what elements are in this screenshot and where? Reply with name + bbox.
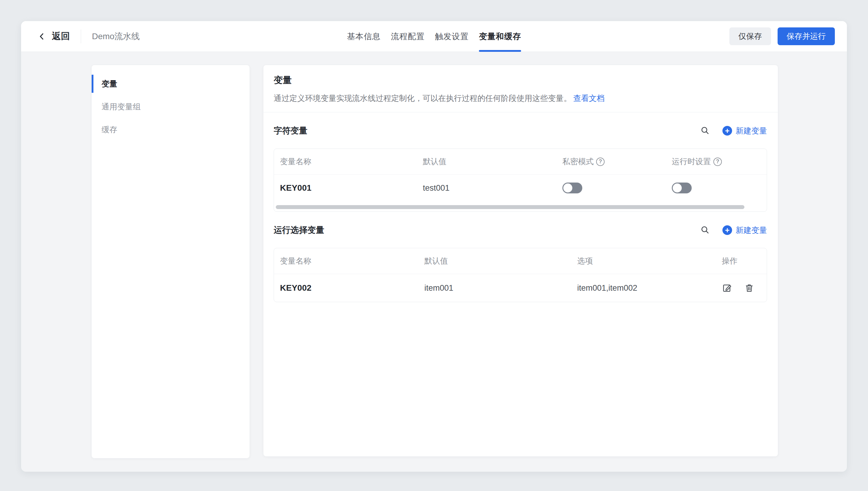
- default-value-cell: item001: [424, 284, 577, 293]
- column-header-actions: 操作: [722, 256, 767, 266]
- panel-divider: [263, 112, 778, 112]
- pipeline-title: Demo流水线: [92, 31, 140, 42]
- private-mode-toggle[interactable]: [562, 182, 582, 193]
- string-vars-table-header: 变量名称 默认值 私密模式 ? 运行时设置 ?: [274, 149, 767, 175]
- settings-sidebar: 变量 通用变量组 缓存: [91, 65, 250, 459]
- plus-circle-icon: +: [722, 126, 732, 136]
- string-vars-tools: + 新建变量: [700, 125, 767, 136]
- description-text: 通过定义环境变量实现流水线过程定制化，可以在执行过程的任何阶段使用这些变量。: [274, 94, 571, 103]
- column-header-default: 默认值: [423, 156, 562, 167]
- tab-basic-info[interactable]: 基本信息: [347, 21, 381, 52]
- page-description: 通过定义环境变量实现流水线过程定制化，可以在执行过程的任何阶段使用这些变量。查看…: [274, 93, 767, 104]
- string-vars-search-button[interactable]: [700, 125, 710, 136]
- runtime-setting-toggle[interactable]: [672, 182, 692, 193]
- table-row: KEY001 test001: [274, 175, 767, 201]
- string-vars-new-variable-button[interactable]: + 新建变量: [722, 125, 767, 136]
- header-actions: 仅保存 保存并运行: [729, 27, 835, 45]
- help-icon[interactable]: ?: [596, 157, 605, 166]
- variable-name-cell: KEY002: [280, 283, 424, 293]
- options-cell: item001,item002: [577, 284, 722, 293]
- column-header-options: 选项: [577, 256, 722, 266]
- choice-vars-table-header: 变量名称 默认值 选项 操作: [274, 248, 767, 274]
- sidebar-item-variables[interactable]: 变量: [92, 72, 250, 95]
- sidebar-item-cache[interactable]: 缓存: [92, 118, 250, 141]
- tab-variables-cache[interactable]: 变量和缓存: [479, 21, 521, 52]
- panel-header: 变量 通过定义环境变量实现流水线过程定制化，可以在执行过程的任何阶段使用这些变量…: [263, 65, 778, 104]
- save-only-button[interactable]: 仅保存: [729, 27, 771, 45]
- edit-icon[interactable]: [722, 283, 732, 293]
- header-divider: [81, 30, 81, 44]
- tab-bar: 基本信息 流程配置 触发设置 变量和缓存: [347, 21, 521, 52]
- top-header: 返回 Demo流水线 基本信息 流程配置 触发设置 变量和缓存 仅保存 保存并运…: [21, 21, 847, 52]
- choice-vars-search-button[interactable]: [700, 225, 710, 236]
- tab-trigger-settings[interactable]: 触发设置: [435, 21, 469, 52]
- toggle-knob: [563, 183, 572, 193]
- toggle-knob: [673, 183, 682, 193]
- string-vars-section-header: 字符变量 + 新建变量: [274, 122, 767, 140]
- column-header-name: 变量名称: [280, 256, 424, 266]
- choice-vars-section-header: 运行选择变量 + 新建变量: [274, 222, 767, 239]
- string-vars-table: 变量名称 默认值 私密模式 ? 运行时设置 ? KEY001 test001: [274, 148, 767, 212]
- plus-circle-icon: +: [722, 225, 732, 235]
- variables-panel: 变量 通过定义环境变量实现流水线过程定制化，可以在执行过程的任何阶段使用这些变量…: [263, 65, 778, 457]
- column-header-name: 变量名称: [280, 156, 423, 167]
- default-value-cell: test001: [423, 183, 562, 193]
- row-actions: [722, 283, 767, 293]
- choice-vars-title: 运行选择变量: [274, 224, 324, 236]
- search-icon: [700, 225, 710, 236]
- table-row: KEY002 item001 item001,item002: [274, 274, 767, 302]
- help-icon[interactable]: ?: [713, 157, 722, 166]
- column-header-private-mode: 私密模式 ?: [562, 156, 672, 167]
- search-icon: [700, 125, 710, 136]
- string-vars-title: 字符变量: [274, 125, 307, 137]
- scrollbar-track: [274, 201, 767, 211]
- choice-vars-new-variable-button[interactable]: + 新建变量: [722, 225, 767, 236]
- tab-process-config[interactable]: 流程配置: [391, 21, 425, 52]
- column-header-default: 默认值: [424, 256, 577, 266]
- chevron-left-icon: [37, 32, 47, 41]
- back-label: 返回: [52, 30, 70, 42]
- page-title: 变量: [274, 74, 767, 86]
- view-docs-link[interactable]: 查看文档: [573, 94, 605, 103]
- variable-name-cell: KEY001: [280, 183, 423, 193]
- sidebar-item-variable-groups[interactable]: 通用变量组: [92, 95, 250, 118]
- app-window: 返回 Demo流水线 基本信息 流程配置 触发设置 变量和缓存 仅保存 保存并运…: [21, 21, 847, 472]
- choice-vars-tools: + 新建变量: [700, 225, 767, 236]
- horizontal-scrollbar[interactable]: [276, 205, 745, 209]
- private-mode-cell: [562, 182, 672, 193]
- choice-vars-table: 变量名称 默认值 选项 操作 KEY002 item001 item001,it…: [274, 248, 767, 302]
- column-header-runtime-setting: 运行时设置 ?: [672, 156, 767, 167]
- save-and-run-button[interactable]: 保存并运行: [778, 27, 835, 45]
- back-button[interactable]: 返回: [37, 30, 70, 42]
- runtime-setting-cell: [672, 182, 767, 193]
- delete-icon[interactable]: [744, 283, 754, 293]
